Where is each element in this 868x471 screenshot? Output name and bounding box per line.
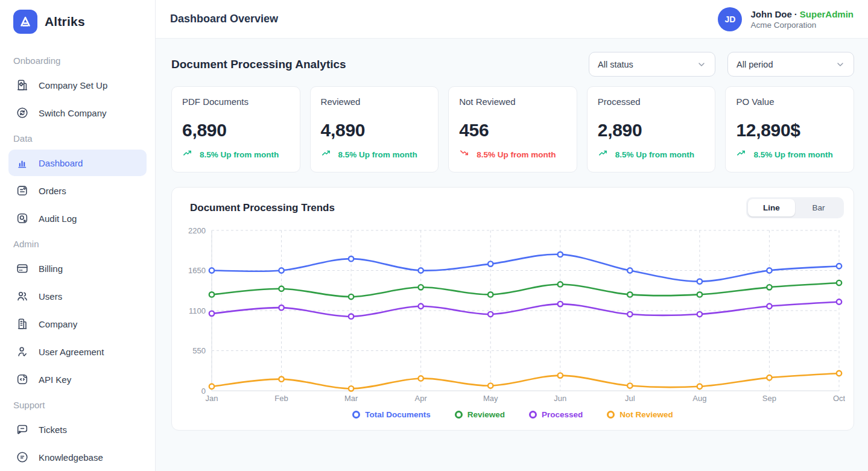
user-company: Acme Corporation [750, 21, 854, 30]
period-filter-value: All period [737, 60, 773, 69]
api-key-icon [16, 373, 29, 386]
stat-card-label: Reviewed [321, 96, 428, 107]
sidebar-item-label: Dashboard [39, 158, 83, 168]
sidebar-item-billing[interactable]: Billing [8, 255, 147, 282]
status-filter-select[interactable]: All status [589, 52, 715, 77]
sidebar-section-onboarding: Onboarding [8, 49, 147, 71]
stat-card-trend-text: 8.5% Up from month [477, 150, 556, 159]
svg-text:Jul: Jul [625, 394, 635, 403]
knowledgebase-icon [16, 450, 29, 464]
chart-legend: Total DocumentsReviewedProcessedNot Revi… [182, 410, 844, 419]
analytics-title: Document Processing Analytics [171, 58, 346, 71]
sidebar-item-users[interactable]: Users [8, 283, 147, 309]
sidebar-item-api-key[interactable]: API Key [8, 366, 147, 393]
sidebar-item-company[interactable]: Company [8, 311, 147, 337]
user-role-separator: · [794, 9, 797, 19]
company-icon [16, 317, 29, 330]
sidebar-item-tickets[interactable]: Tickets [8, 416, 147, 443]
legend-item-processed[interactable]: Processed [529, 410, 583, 419]
stat-card-trend: 8.5% Up from month [736, 148, 843, 161]
tickets-icon [16, 423, 29, 436]
sidebar-section-admin: Admin [8, 233, 147, 254]
app-name: Altriks [45, 14, 85, 29]
stat-card-trend: 8.5% Up from month [321, 148, 428, 161]
svg-text:Apr: Apr [415, 394, 428, 403]
sidebar-item-label: Switch Company [39, 108, 107, 118]
user-menu[interactable]: JD John Doe·SuperAdmin Acme Corporation [718, 7, 854, 31]
period-filter-select[interactable]: All period [727, 52, 854, 77]
stat-card-value: 456 [459, 120, 566, 141]
sidebar-item-label: Audit Log [39, 213, 77, 224]
sidebar-item-switch-company[interactable]: Switch Company [8, 100, 147, 126]
stat-card-value: 6,890 [182, 120, 290, 141]
stat-card-label: PO Value [736, 96, 843, 107]
sidebar-item-label: Company Set Up [39, 80, 107, 90]
switch-company-icon [16, 106, 29, 119]
stat-card-trend: 8.5% Up from month [182, 148, 290, 161]
sidebar-item-label: Knowledgebase [39, 452, 103, 463]
svg-text:Jun: Jun [554, 394, 566, 403]
sidebar-item-company-set-up[interactable]: Company Set Up [8, 72, 147, 98]
status-filter-value: All status [598, 60, 633, 69]
svg-text:1650: 1650 [188, 266, 206, 275]
sidebar-item-orders[interactable]: Orders [8, 177, 147, 204]
legend-label: Reviewed [467, 410, 505, 419]
sidebar-item-knowledgebase[interactable]: Knowledgebase [8, 444, 147, 470]
avatar: JD [718, 7, 742, 31]
sidebar-item-dashboard[interactable]: Dashboard [8, 150, 147, 176]
legend-marker-icon [607, 411, 615, 419]
sidebar-item-audit-log[interactable]: Audit Log [8, 205, 147, 232]
sidebar-item-label: Users [39, 291, 62, 302]
stat-cards-row: PDF Documents6,8908.5% Up from monthRevi… [171, 86, 854, 172]
legend-item-reviewed[interactable]: Reviewed [455, 410, 505, 419]
app-logo[interactable]: Altriks [8, 10, 147, 34]
trend-up-icon [321, 148, 333, 161]
legend-item-not-reviewed[interactable]: Not Reviewed [607, 410, 673, 419]
chart-type-toggle: LineBar [746, 197, 844, 218]
sidebar-item-label: Tickets [39, 425, 67, 435]
legend-label: Not Reviewed [619, 410, 673, 419]
legend-marker-icon [529, 411, 537, 419]
trends-card: Document Processing Trends LineBar 05501… [171, 187, 854, 431]
top-header: Dashboard Overview JD John Doe·SuperAdmi… [156, 0, 868, 39]
billing-icon [16, 262, 29, 275]
page-title: Dashboard Overview [170, 13, 278, 25]
svg-text:Jan: Jan [206, 394, 218, 403]
stat-card-processed: Processed2,8908.5% Up from month [587, 86, 716, 172]
svg-text:550: 550 [192, 346, 206, 355]
trend-up-icon [736, 148, 748, 161]
line-chart: 0550110016502200JanFebMarAprMayJunJulAug… [182, 222, 844, 406]
svg-text:Oct: Oct [833, 394, 845, 403]
main-content: Document Processing Analytics All status… [156, 39, 868, 471]
chevron-down-icon [835, 60, 845, 69]
legend-item-total-documents[interactable]: Total Documents [352, 410, 431, 419]
svg-text:1100: 1100 [189, 306, 206, 315]
company-setup-icon [16, 78, 29, 92]
altriks-logo-icon [13, 10, 37, 34]
toggle-bar-button[interactable]: Bar [795, 199, 842, 217]
user-role-badge: SuperAdmin [800, 9, 854, 19]
sidebar: Altriks OnboardingCompany Set UpSwitch C… [0, 0, 156, 471]
svg-text:Feb: Feb [274, 394, 288, 403]
sidebar-item-label: Company [39, 319, 77, 329]
sidebar-nav: OnboardingCompany Set UpSwitch CompanyDa… [8, 49, 147, 470]
stat-card-reviewed: Reviewed4,8908.5% Up from month [310, 86, 439, 172]
sidebar-item-user-agreement[interactable]: User Agreement [8, 338, 147, 365]
orders-icon [16, 184, 29, 197]
stat-card-value: 4,890 [321, 120, 428, 141]
stat-card-trend-text: 8.5% Up from month [753, 150, 832, 159]
chevron-down-icon [697, 60, 706, 69]
audit-log-icon [16, 212, 29, 225]
legend-marker-icon [455, 411, 463, 419]
stat-card-trend-text: 8.5% Up from month [200, 150, 279, 159]
toggle-line-button[interactable]: Line [748, 199, 795, 217]
trend-up-icon [598, 148, 610, 161]
user-name: John Doe [750, 9, 791, 19]
sidebar-item-label: Orders [39, 186, 66, 196]
trend-down-icon [459, 148, 471, 161]
stat-card-label: Not Reviewed [459, 96, 566, 107]
legend-label: Total Documents [365, 410, 431, 419]
sidebar-item-label: API Key [39, 375, 71, 385]
sidebar-section-support: Support [8, 394, 147, 415]
stat-card-value: 12,890$ [736, 120, 843, 141]
